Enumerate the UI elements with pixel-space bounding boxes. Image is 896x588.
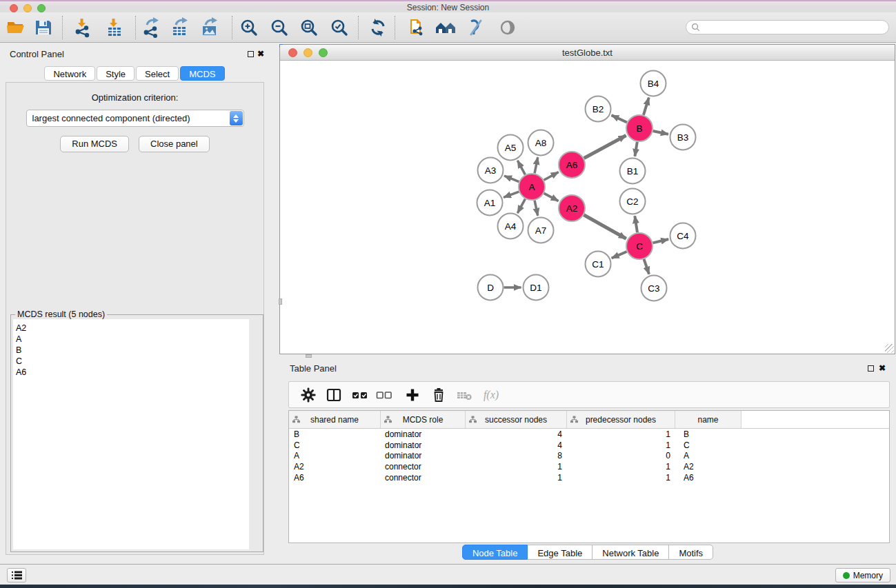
- table-cell-shared_name[interactable]: B: [289, 429, 381, 439]
- table-cell-predecessor_nodes[interactable]: 0: [567, 451, 675, 460]
- graph-edge-A2-C[interactable]: [584, 215, 626, 239]
- graph-node-C[interactable]: C: [626, 233, 653, 259]
- memory-button[interactable]: Memory: [835, 568, 890, 582]
- graph-node-C3[interactable]: C3: [641, 276, 667, 301]
- graph-node-A2[interactable]: A2: [559, 195, 585, 221]
- column-header-shared-name[interactable]: shared name: [289, 411, 381, 428]
- tab-motifs[interactable]: Motifs: [669, 545, 713, 560]
- table-cell-successor_nodes[interactable]: 4: [466, 440, 567, 450]
- zoom-fit-button[interactable]: [297, 16, 321, 39]
- resize-grip-icon[interactable]: [885, 344, 894, 353]
- table-cell-shared_name[interactable]: C: [289, 440, 381, 450]
- deselect-all-button[interactable]: [374, 382, 395, 407]
- home-layout-button[interactable]: [435, 16, 458, 39]
- table-cell-predecessor_nodes[interactable]: 1: [567, 440, 675, 450]
- show-column-panel-button[interactable]: [323, 382, 344, 407]
- graph-edge-B-B2[interactable]: [612, 115, 627, 122]
- task-history-button[interactable]: [7, 568, 26, 582]
- graph-node-A7[interactable]: A7: [528, 218, 554, 243]
- close-panel-icon[interactable]: ✖: [879, 363, 886, 373]
- table-cell-mcds_role[interactable]: connector: [381, 473, 466, 483]
- mcds-result-list[interactable]: A2ABCA6: [13, 319, 249, 549]
- graph-node-A[interactable]: A: [519, 174, 545, 200]
- list-item[interactable]: A: [13, 334, 249, 345]
- column-header-name[interactable]: name: [675, 411, 741, 428]
- table-cell-name[interactable]: A2: [675, 462, 741, 472]
- graph-edge-A-A2[interactable]: [544, 193, 559, 201]
- hide-graphics-details-button[interactable]: [464, 16, 488, 39]
- table-row[interactable]: Bdominator41B: [289, 429, 889, 440]
- graph-node-B3[interactable]: B3: [670, 125, 696, 150]
- graph-edge-A-A1[interactable]: [504, 192, 519, 197]
- table-cell-name[interactable]: C: [675, 440, 741, 450]
- graph-node-A1[interactable]: A1: [477, 190, 503, 216]
- network-window-titlebar[interactable]: testGlobe.txt: [280, 45, 895, 61]
- table-cell-successor_nodes[interactable]: 1: [466, 473, 567, 483]
- table-cell-successor_nodes[interactable]: 8: [466, 451, 567, 460]
- network-canvas[interactable]: B4B2BB3A8A5A6A3B1AC2A1A2A4A7C4CC1C3DD1: [280, 61, 895, 354]
- graph-node-C1[interactable]: C1: [586, 252, 611, 277]
- import-table-button[interactable]: [103, 16, 126, 39]
- list-item[interactable]: B: [13, 345, 249, 356]
- frame-resize-handle[interactable]: [279, 298, 282, 305]
- frame-resize-handle[interactable]: [306, 354, 312, 358]
- graph-edge-A-A4[interactable]: [517, 199, 525, 214]
- list-item[interactable]: A6: [13, 367, 249, 378]
- graph-edge-B-B3[interactable]: [653, 131, 668, 134]
- tab-select[interactable]: Select: [136, 66, 179, 81]
- table-row[interactable]: A6connector11A6: [289, 472, 889, 483]
- search-field[interactable]: [686, 20, 889, 34]
- graph-edge-A-A3[interactable]: [504, 176, 519, 182]
- graph-edge-A-A6[interactable]: [544, 172, 559, 181]
- graph-edge-A-A8[interactable]: [535, 157, 538, 173]
- add-column-button[interactable]: [402, 382, 423, 407]
- table-cell-predecessor_nodes[interactable]: 1: [567, 473, 675, 483]
- table-cell-successor_nodes[interactable]: 1: [466, 462, 567, 472]
- open-file-button[interactable]: [4, 16, 28, 39]
- graph-node-A3[interactable]: A3: [478, 158, 504, 183]
- function-builder-button[interactable]: f(x): [481, 382, 501, 407]
- zoom-in-button[interactable]: [237, 16, 261, 39]
- export-image-button[interactable]: [198, 16, 221, 39]
- import-network-button[interactable]: [71, 16, 94, 39]
- graph-node-A4[interactable]: A4: [498, 214, 524, 239]
- float-panel-icon[interactable]: [868, 365, 874, 372]
- table-cell-shared_name[interactable]: A6: [289, 473, 381, 483]
- graph-edge-C-C4[interactable]: [653, 239, 669, 243]
- export-table-button[interactable]: [168, 16, 192, 39]
- delete-column-button[interactable]: [428, 382, 449, 407]
- graph-node-A6[interactable]: A6: [559, 152, 585, 178]
- table-cell-mcds_role[interactable]: dominator: [381, 429, 466, 439]
- table-row[interactable]: A2connector11A2: [289, 461, 889, 472]
- export-network-button[interactable]: [139, 16, 163, 39]
- settings-gear-button[interactable]: [298, 382, 319, 407]
- close-panel-button[interactable]: Close panel: [139, 136, 210, 152]
- tab-network-table[interactable]: Network Table: [593, 545, 669, 560]
- table-cell-shared_name[interactable]: A2: [289, 462, 381, 472]
- column-header-predecessor-nodes[interactable]: predecessor nodes: [567, 411, 675, 428]
- tab-node-table[interactable]: Node Table: [462, 545, 528, 560]
- delete-table-button[interactable]: [455, 382, 475, 407]
- graph-node-C2[interactable]: C2: [620, 189, 646, 214]
- graph-node-C4[interactable]: C4: [670, 223, 696, 249]
- graph-edge-C-C1[interactable]: [612, 252, 627, 258]
- zoom-out-button[interactable]: [268, 16, 291, 39]
- graph-edge-B-B4[interactable]: [644, 98, 649, 115]
- table-cell-predecessor_nodes[interactable]: 1: [567, 462, 675, 472]
- column-header-mcds-role[interactable]: MCDS role: [381, 411, 466, 428]
- graph-edge-A-A5[interactable]: [517, 161, 525, 175]
- tab-style[interactable]: Style: [97, 66, 135, 81]
- clone-network-button[interactable]: [405, 16, 428, 39]
- table-cell-mcds_role[interactable]: dominator: [381, 451, 466, 460]
- list-item[interactable]: A2: [13, 323, 249, 334]
- table-cell-name[interactable]: A: [675, 451, 741, 460]
- search-input[interactable]: [703, 23, 888, 32]
- table-cell-predecessor_nodes[interactable]: 1: [567, 429, 675, 439]
- tab-edge-table[interactable]: Edge Table: [528, 545, 593, 560]
- tab-mcds[interactable]: MCDS: [180, 66, 224, 81]
- graph-node-B[interactable]: B: [626, 115, 653, 141]
- run-mcds-button[interactable]: Run MCDS: [60, 136, 129, 152]
- table-cell-mcds_role[interactable]: dominator: [381, 440, 466, 450]
- list-item[interactable]: C: [13, 356, 249, 367]
- table-cell-name[interactable]: B: [675, 429, 741, 439]
